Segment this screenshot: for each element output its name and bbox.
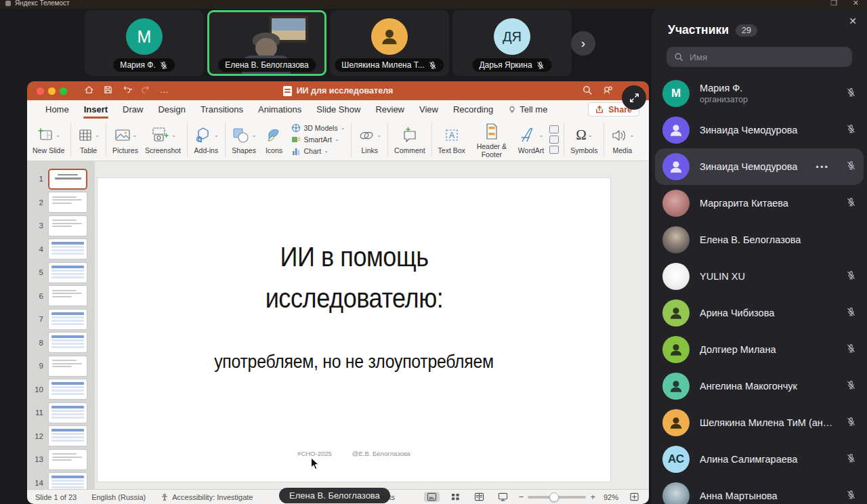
ribbon-tab[interactable]: Review bbox=[368, 100, 412, 119]
zoom-out-button[interactable]: − bbox=[519, 492, 524, 502]
insert-extras-stack[interactable] bbox=[548, 125, 560, 154]
addins-button[interactable]: ⌄ Add-ins bbox=[191, 123, 221, 156]
zoom-knob[interactable] bbox=[549, 492, 559, 502]
chart-button[interactable]: Chart⌄ bbox=[291, 146, 345, 156]
shapes-button[interactable]: ⌄ Shapes bbox=[229, 123, 259, 156]
home-icon[interactable] bbox=[84, 85, 94, 95]
ribbon-tab[interactable]: Home bbox=[38, 100, 77, 119]
reading-view-button[interactable] bbox=[471, 492, 487, 502]
slide-thumbnail[interactable]: 6 bbox=[27, 285, 95, 308]
zoom-in-button[interactable]: + bbox=[590, 492, 595, 502]
ribbon-tab[interactable]: Tell me bbox=[501, 100, 555, 119]
more-menu-icon[interactable]: ••• bbox=[816, 162, 829, 172]
media-button[interactable]: ⌄ Media bbox=[608, 123, 637, 156]
slide-thumbnail[interactable]: 8 bbox=[27, 331, 95, 355]
participant-row[interactable]: Маргарита Китаева bbox=[652, 185, 867, 222]
ribbon-tab[interactable]: Insert bbox=[77, 100, 115, 119]
smartart-button[interactable]: SmartArt⌄ bbox=[291, 135, 345, 144]
participant-row[interactable]: Зинаида Чемодурова ••• bbox=[655, 148, 864, 185]
slide-thumbnail[interactable]: 14 bbox=[27, 471, 95, 490]
accessibility-status[interactable]: Accessibility: Investigate bbox=[161, 493, 253, 501]
symbols-button[interactable]: Ω⌄ Symbols bbox=[568, 123, 600, 156]
video-tile-elena-active[interactable]: Елена В. Белоглазова bbox=[207, 10, 326, 76]
avatar bbox=[662, 190, 690, 217]
video-tile-darya[interactable]: ДЯ Дарья Яркина bbox=[452, 10, 572, 76]
search-input[interactable] bbox=[667, 47, 852, 67]
slide-sorter-view-button[interactable] bbox=[448, 492, 463, 502]
mic-off-icon bbox=[846, 124, 856, 137]
participant-row[interactable]: YULIN XU bbox=[652, 258, 867, 295]
3d-models-button[interactable]: 3D Models⌄ bbox=[291, 123, 345, 133]
accessibility-icon bbox=[161, 493, 169, 501]
participant-row[interactable]: Арина Чибизова bbox=[652, 295, 867, 331]
window-restore-icon[interactable]: ❐ bbox=[830, 0, 837, 7]
slide-thumbnail-panel: 1 2 bbox=[27, 161, 95, 489]
object-icon[interactable] bbox=[549, 146, 559, 154]
ribbon-tab[interactable]: Design bbox=[150, 100, 192, 119]
ribbon-tab[interactable]: Animations bbox=[251, 100, 309, 119]
zoom-light[interactable] bbox=[60, 87, 67, 95]
ribbon-tab[interactable]: Transitions bbox=[193, 100, 251, 119]
ribbon-tab[interactable]: View bbox=[412, 100, 446, 119]
normal-view-button[interactable] bbox=[424, 492, 440, 502]
slide-thumbnail[interactable]: 13 bbox=[27, 448, 95, 471]
participant-row[interactable]: Ангелина Макогончук bbox=[652, 368, 867, 404]
participant-search[interactable] bbox=[667, 47, 852, 67]
fit-to-window-button[interactable] bbox=[627, 492, 642, 502]
participant-row[interactable]: Долгиер Милана bbox=[652, 331, 867, 368]
participant-row[interactable]: M Мария Ф. организатор bbox=[652, 75, 867, 112]
window-close-icon[interactable]: ✕ bbox=[853, 0, 859, 7]
mac-traffic-lights[interactable] bbox=[37, 87, 67, 95]
app-logo-icon bbox=[5, 1, 11, 6]
slide-thumbnail[interactable]: 3 bbox=[27, 214, 95, 238]
mic-off-icon bbox=[846, 380, 856, 393]
ribbon-tab[interactable]: Recording bbox=[446, 100, 501, 119]
slide-thumbnail[interactable]: 7 bbox=[27, 308, 95, 331]
links-button[interactable]: ⌄ Links bbox=[355, 123, 384, 156]
participant-row[interactable]: АС Алина Салимгараева bbox=[652, 441, 867, 478]
participant-row[interactable]: Зинаида Чемодурова bbox=[652, 112, 867, 148]
new-slide-button[interactable]: ⌄ New Slide bbox=[30, 123, 67, 156]
slide-thumbnail[interactable]: 5 bbox=[27, 261, 95, 285]
zoom-track[interactable] bbox=[528, 496, 586, 499]
zoom-slider[interactable]: − + bbox=[519, 492, 595, 502]
slide-thumbnail[interactable]: 1 bbox=[27, 167, 95, 191]
pictures-button[interactable]: ⌄ Pictures bbox=[110, 123, 141, 156]
search-icon[interactable] bbox=[582, 85, 593, 96]
minimize-light[interactable] bbox=[48, 87, 56, 95]
expand-fullscreen-button[interactable] bbox=[622, 85, 646, 110]
save-icon[interactable] bbox=[103, 85, 113, 95]
undo-icon[interactable] bbox=[122, 85, 132, 95]
participant-row[interactable]: Елена В. Белоглазова bbox=[652, 222, 867, 258]
slide-thumbnail[interactable]: 4 bbox=[27, 238, 95, 261]
screenshot-button[interactable]: ⌄ Screenshot bbox=[142, 123, 184, 156]
wordart-button[interactable]: ⌄ WordArt bbox=[515, 123, 547, 156]
ribbon-tab[interactable]: Slide Show bbox=[309, 100, 368, 119]
more-icon[interactable]: … bbox=[160, 85, 169, 95]
table-button[interactable]: ⌄ Table bbox=[75, 123, 102, 156]
language-indicator[interactable]: English (Russia) bbox=[91, 493, 146, 501]
slide-thumbnail[interactable]: 2 bbox=[27, 191, 95, 215]
slide-number-icon[interactable] bbox=[549, 135, 559, 144]
ribbon-tab[interactable]: Draw bbox=[115, 100, 150, 119]
slide-thumbnail[interactable]: 10 bbox=[27, 378, 95, 402]
slide-thumbnail[interactable]: 9 bbox=[27, 354, 95, 378]
next-participants-button[interactable]: › bbox=[571, 31, 595, 56]
video-tile-shelyakina[interactable]: Шелякина Милена Т... bbox=[330, 10, 449, 76]
participant-row[interactable]: Шелякина Милена ТиМ (англ... bbox=[652, 404, 867, 441]
video-tile-maria[interactable]: M Мария Ф. bbox=[85, 10, 204, 76]
close-light[interactable] bbox=[37, 87, 44, 95]
slide-thumbnail[interactable]: 12 bbox=[27, 425, 95, 448]
mic-off-icon bbox=[846, 343, 856, 356]
participant-row[interactable]: Анна Мартынова bbox=[652, 478, 867, 504]
zoom-level[interactable]: 92% bbox=[604, 493, 618, 501]
icons-button[interactable]: Icons bbox=[260, 123, 287, 156]
presenter-icon[interactable] bbox=[603, 85, 614, 96]
panel-close-icon[interactable]: ✕ bbox=[849, 16, 857, 26]
textbox-button[interactable]: A Text Box bbox=[436, 123, 468, 156]
header-footer-button[interactable]: Header & Footer bbox=[469, 119, 514, 160]
date-time-icon[interactable] bbox=[549, 125, 559, 133]
slide-thumbnail[interactable]: 11 bbox=[27, 401, 95, 425]
slideshow-view-button[interactable] bbox=[495, 492, 511, 502]
comment-button[interactable]: Comment bbox=[392, 123, 428, 156]
